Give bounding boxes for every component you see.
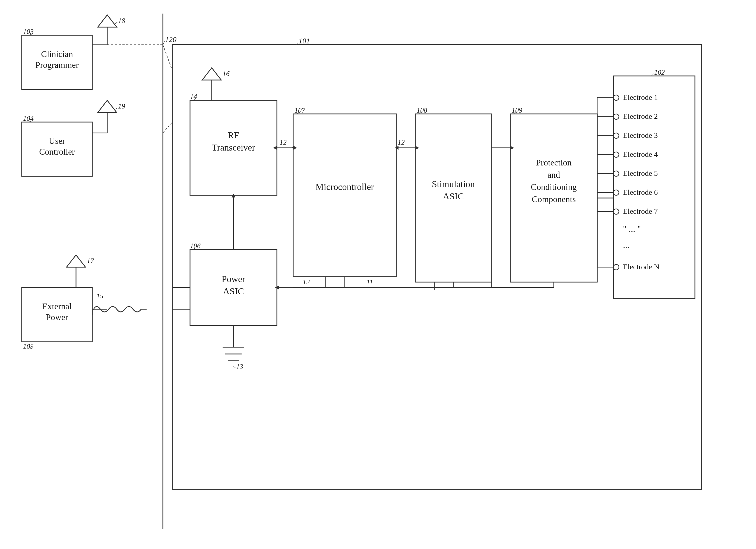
ref-106: 106 xyxy=(190,242,201,250)
electrode-5-dot xyxy=(613,171,619,176)
electrode-5-label: Electrode 5 xyxy=(623,169,658,178)
ref-109: 109 xyxy=(512,106,522,114)
clinician-programmer-label: Clinician xyxy=(41,49,73,59)
pcc-label-4: Components xyxy=(532,194,576,204)
ref-13: 13 xyxy=(236,363,243,370)
svg-line-52 xyxy=(163,122,172,133)
ref-12c: 12 xyxy=(303,278,310,286)
electrode-4-dot xyxy=(613,152,619,157)
electrode-4-label: Electrode 4 xyxy=(623,150,658,159)
pcc-label-3: Conditioning xyxy=(531,182,577,192)
stimulation-asic-label-1: Stimulation xyxy=(432,179,475,189)
microcontroller-label: Microcontroller xyxy=(315,182,374,192)
ref-11: 11 xyxy=(366,278,373,286)
electrode-6-dot xyxy=(613,190,619,195)
svg-marker-3 xyxy=(98,15,117,27)
electrode-3-label: Electrode 3 xyxy=(623,131,658,140)
ref-104: 104 xyxy=(23,115,34,122)
electrode-2-label: Electrode 2 xyxy=(623,112,658,121)
external-power-label-1: External xyxy=(42,301,72,311)
electrode-n-dot xyxy=(613,265,619,270)
electrode-6-label: Electrode 6 xyxy=(623,188,658,197)
ref-108: 108 xyxy=(417,106,427,114)
svg-marker-6 xyxy=(98,100,117,113)
svg-line-50 xyxy=(163,45,172,71)
user-controller-label-2: Controller xyxy=(39,147,75,157)
svg-marker-9 xyxy=(67,255,86,267)
ref-120: 120 xyxy=(165,35,176,44)
ref-15: 15 xyxy=(96,292,103,300)
ref-19: 19 xyxy=(118,102,125,110)
ellipsis-2: ... xyxy=(623,240,630,250)
ref-16: 16 xyxy=(223,70,230,78)
rf-transceiver-label-1: RF xyxy=(228,130,239,140)
ref-102: 102 xyxy=(654,68,665,76)
ref-105: 105 xyxy=(23,342,34,350)
ref-107: 107 xyxy=(295,106,305,114)
ref-103: 103 xyxy=(23,28,34,36)
power-asic-label-1: Power xyxy=(222,274,246,284)
electrode-3-dot xyxy=(613,133,619,138)
diagram-container: Clinician Programmer 103 18 User Control… xyxy=(0,0,756,549)
ref-18: 18 xyxy=(118,17,125,25)
svg-text:Programmer: Programmer xyxy=(35,60,79,70)
ref-17: 17 xyxy=(87,257,94,265)
electrode-2-dot xyxy=(613,114,619,119)
ref-14: 14 xyxy=(190,93,197,101)
user-controller-label-1: User xyxy=(49,136,65,146)
electrode-7-dot xyxy=(613,209,619,214)
electrode-1-label: Electrode 1 xyxy=(623,93,658,102)
ref-12b: 12 xyxy=(398,138,405,146)
electrode-1-dot xyxy=(613,95,619,100)
external-power-label-2: Power xyxy=(46,312,68,322)
ref-12a: 12 xyxy=(280,138,287,146)
ellipsis-1: " ... " xyxy=(623,224,641,234)
microcontroller-box xyxy=(293,114,396,277)
pcc-label-1: Protection xyxy=(536,158,572,167)
electrode-n-label: Electrode N xyxy=(623,263,660,271)
pcc-label-2: and xyxy=(548,170,560,180)
power-asic-label-2: ASIC xyxy=(223,286,244,296)
electrode-7-label: Electrode 7 xyxy=(623,207,658,215)
rf-transceiver-label-2: Transceiver xyxy=(212,142,255,153)
stimulation-asic-label-2: ASIC xyxy=(443,191,464,201)
ref-101: 101 xyxy=(299,37,310,45)
